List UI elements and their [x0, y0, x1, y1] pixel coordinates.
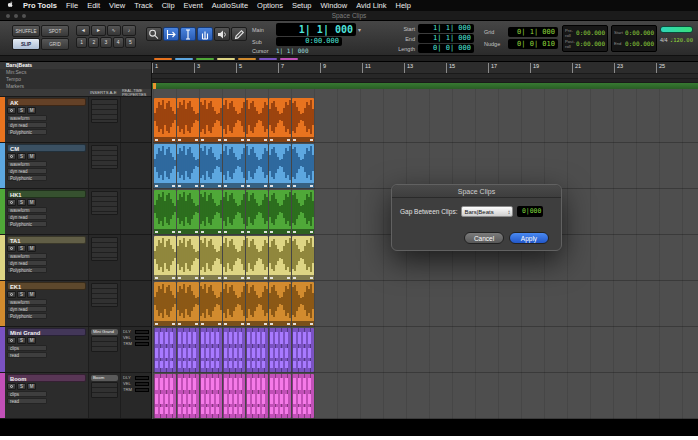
track-name[interactable]: AK — [7, 98, 86, 106]
insert-plugin[interactable]: Boom — [91, 375, 118, 381]
menu-item-setup[interactable]: Setup — [292, 1, 312, 10]
fade-out-handle[interactable] — [218, 185, 221, 187]
record-enable-button[interactable] — [7, 337, 16, 344]
selector-tool[interactable] — [180, 27, 196, 41]
fade-in-handle[interactable] — [270, 139, 273, 141]
menu-item-track[interactable]: Track — [134, 1, 152, 10]
record-enable-button[interactable] — [7, 291, 16, 298]
fade-in-handle[interactable] — [247, 185, 250, 187]
audio-clip[interactable] — [292, 190, 314, 234]
midi-clip[interactable] — [200, 328, 222, 372]
ruler-name-bars-beats[interactable]: Bars|Beats — [0, 62, 151, 69]
zoom-preset-5[interactable]: 5 — [125, 37, 136, 48]
menu-item-edit[interactable]: Edit — [87, 1, 100, 10]
fade-out-handle[interactable] — [264, 323, 267, 325]
audio-clip[interactable] — [177, 144, 199, 188]
audio-clip[interactable] — [154, 98, 176, 142]
cancel-button[interactable]: Cancel — [464, 232, 504, 244]
fade-out-handle[interactable] — [218, 139, 221, 141]
track-selector-polyphonic[interactable]: Polyphonic — [7, 313, 47, 319]
track-name[interactable]: HK1 — [7, 190, 86, 198]
solo-button[interactable]: S — [17, 245, 26, 252]
fade-in-handle[interactable] — [270, 231, 273, 233]
solo-button[interactable]: S — [17, 107, 26, 114]
fade-out-handle[interactable] — [287, 185, 290, 187]
audio-zoom-icon[interactable]: ∿ — [107, 25, 121, 36]
record-enable-button[interactable] — [7, 107, 16, 114]
fade-in-handle[interactable] — [155, 139, 158, 141]
track-selector-dyn-read[interactable]: dyn read — [7, 214, 47, 220]
fade-out-handle[interactable] — [287, 323, 290, 325]
fade-in-handle[interactable] — [224, 231, 227, 233]
trim-tool[interactable] — [163, 27, 179, 41]
fade-out-handle[interactable] — [195, 139, 198, 141]
solo-button[interactable]: S — [17, 199, 26, 206]
tempo-value[interactable]: 120.00 — [673, 37, 693, 43]
grid-value[interactable]: 0| 1| 000 — [508, 27, 558, 37]
fade-in-handle[interactable] — [178, 185, 181, 187]
fade-out-handle[interactable] — [264, 231, 267, 233]
fade-in-handle[interactable] — [155, 277, 158, 279]
zoomer-tool[interactable] — [146, 27, 162, 41]
fade-in-handle[interactable] — [224, 323, 227, 325]
track-name[interactable]: CM — [7, 144, 86, 152]
mute-button[interactable]: M — [27, 291, 36, 298]
audio-clip[interactable] — [177, 190, 199, 234]
fade-in-handle[interactable] — [247, 323, 250, 325]
track-selector-clips[interactable]: clips — [7, 391, 47, 397]
track-selector-polyphonic[interactable]: Polyphonic — [7, 267, 47, 273]
pencil-tool[interactable] — [231, 27, 247, 41]
track-selector-dyn-read[interactable]: dyn read — [7, 260, 47, 266]
track-name[interactable]: Mini Grand — [7, 328, 86, 336]
menu-item-help[interactable]: Help — [396, 1, 411, 10]
midi-clip[interactable] — [246, 328, 268, 372]
solo-button[interactable]: S — [17, 337, 26, 344]
track-selector-waveform[interactable]: waveform — [7, 207, 47, 213]
fade-out-handle[interactable] — [310, 139, 313, 141]
fade-in-handle[interactable] — [201, 231, 204, 233]
rtp-value-box[interactable] — [135, 382, 149, 386]
fade-in-handle[interactable] — [201, 323, 204, 325]
tempo-display[interactable]: ♩120.00 — [670, 37, 693, 43]
gap-units-dropdown[interactable]: Bars|Beats ↕ — [461, 206, 513, 217]
audio-clip[interactable] — [200, 236, 222, 280]
midi-clip[interactable] — [177, 374, 199, 418]
fade-out-handle[interactable] — [287, 139, 290, 141]
record-enable-button[interactable] — [7, 245, 16, 252]
record-enable-button[interactable] — [7, 153, 16, 160]
audio-clip[interactable] — [177, 98, 199, 142]
fade-out-handle[interactable] — [218, 277, 221, 279]
menu-item-clip[interactable]: Clip — [162, 1, 175, 10]
apple-menu-icon[interactable] — [7, 1, 14, 11]
fade-out-handle[interactable] — [287, 231, 290, 233]
fade-in-handle[interactable] — [201, 139, 204, 141]
midi-clip[interactable] — [269, 328, 291, 372]
track-selector-dyn-read[interactable]: dyn read — [7, 306, 47, 312]
selection-length-value[interactable]: 0| 0| 000 — [418, 44, 474, 53]
audio-clip[interactable] — [269, 98, 291, 142]
ruler-name-tempo[interactable]: Tempo — [0, 76, 151, 83]
track-selector-waveform[interactable]: waveform — [7, 253, 47, 259]
menu-item-file[interactable]: File — [66, 1, 78, 10]
fade-out-handle[interactable] — [310, 323, 313, 325]
track-name[interactable]: Boom — [7, 374, 86, 382]
audio-clip[interactable] — [223, 236, 245, 280]
fade-in-handle[interactable] — [155, 231, 158, 233]
midi-clip[interactable] — [246, 374, 268, 418]
edit-mode-spot[interactable]: SPOT — [41, 25, 69, 37]
track-selector-clips[interactable]: clips — [7, 345, 47, 351]
fade-in-handle[interactable] — [178, 277, 181, 279]
fade-out-handle[interactable] — [241, 323, 244, 325]
fade-in-handle[interactable] — [201, 277, 204, 279]
edit-mode-slip[interactable]: SLIP — [12, 38, 40, 50]
audio-clip[interactable] — [269, 144, 291, 188]
fade-in-handle[interactable] — [270, 277, 273, 279]
grabber-tool[interactable] — [197, 27, 213, 41]
mute-button[interactable]: M — [27, 337, 36, 344]
fade-in-handle[interactable] — [201, 185, 204, 187]
midi-clip[interactable] — [154, 328, 176, 372]
fade-in-handle[interactable] — [293, 231, 296, 233]
fade-out-handle[interactable] — [195, 185, 198, 187]
track-selector-waveform[interactable]: waveform — [7, 161, 47, 167]
solo-button[interactable]: S — [17, 383, 26, 390]
